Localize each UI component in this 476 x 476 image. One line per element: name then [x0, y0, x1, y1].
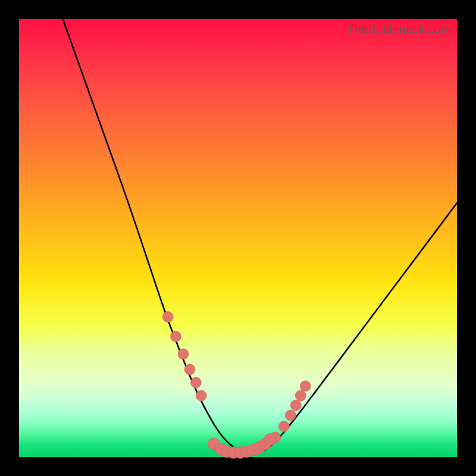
marker-dot: [171, 331, 181, 342]
chart-svg: [19, 19, 457, 457]
bottleneck-curve: [63, 19, 457, 453]
marker-dot: [178, 349, 189, 359]
marker-dot: [264, 434, 276, 446]
marker-dot: [285, 410, 296, 421]
marker-dot: [300, 381, 311, 392]
marker-band-bottom: [208, 434, 276, 459]
marker-dot: [190, 377, 201, 388]
marker-dot: [196, 390, 206, 401]
curve-layer: [63, 19, 457, 453]
plot-area: TheBottleneck.com: [19, 19, 457, 457]
marker-dot: [184, 364, 195, 375]
chart-frame: TheBottleneck.com: [0, 0, 476, 476]
marker-dot: [295, 390, 306, 401]
marker-dot: [278, 421, 289, 432]
marker-cluster-right: [270, 381, 311, 443]
marker-dot: [290, 400, 301, 411]
marker-dot: [162, 312, 173, 322]
